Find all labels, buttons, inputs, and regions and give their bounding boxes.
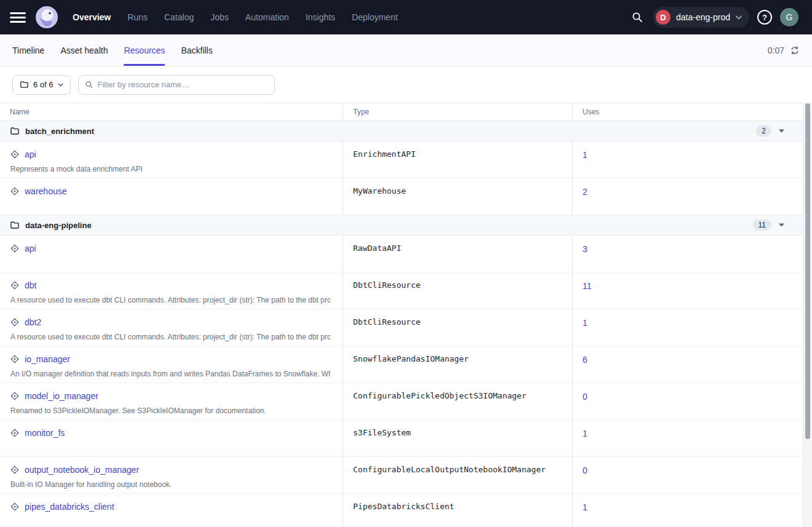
folder-icon <box>10 126 20 136</box>
scrollbar-thumb[interactable] <box>805 103 810 439</box>
nav-item-runs[interactable]: Runs <box>127 12 148 22</box>
collapse-caret-icon[interactable] <box>779 223 784 227</box>
resource-type: ConfigurableLocalOutputNotebookIOManager <box>343 457 572 493</box>
resource-icon <box>10 502 20 512</box>
resource-type: SnowflakePandasIOManager <box>343 346 572 382</box>
resource-uses-link[interactable]: 6 <box>583 355 587 365</box>
workspace-name: data-eng-prod <box>676 12 730 22</box>
resource-icon <box>10 317 20 327</box>
resource-name-link[interactable]: pipes_databricks_client <box>25 502 114 512</box>
resource-name-link[interactable]: warehouse <box>25 186 67 196</box>
help-icon[interactable]: ? <box>757 10 772 25</box>
resource-name-link[interactable]: dbt2 <box>25 317 41 327</box>
resource-description: A resource used to execute dbt CLI comma… <box>10 333 330 341</box>
resource-name-link[interactable]: api <box>25 149 36 159</box>
resource-icon <box>10 428 20 438</box>
chevron-down-icon <box>736 15 742 20</box>
resource-description: Built-in IO Manager for handling output … <box>10 480 330 489</box>
resource-row: output_notebook_io_manager Built-in IO M… <box>0 457 803 494</box>
resource-type: RawDataAPI <box>343 236 572 272</box>
group-row-batch-enrichment[interactable]: batch_enrichment 2 <box>0 121 803 141</box>
workspace-switcher[interactable]: D data-eng-prod <box>653 7 749 28</box>
resource-description: An I/O manager definition that reads inp… <box>10 370 330 378</box>
column-header-name: Name <box>0 103 343 121</box>
resource-uses-link[interactable]: 1 <box>583 502 587 512</box>
resource-description: A resource used to execute dbt CLI comma… <box>10 296 330 304</box>
primary-nav: Overview Runs Catalog Jobs Automation In… <box>73 12 398 22</box>
resource-row: pipes_databricks_client PipesDatabricksC… <box>0 494 803 527</box>
chevron-down-icon <box>58 83 63 87</box>
resource-row: warehouse MyWarehouse 2 <box>0 178 803 215</box>
resource-uses-link[interactable]: 1 <box>583 318 587 328</box>
resource-row: api Represents a mock data enrichment AP… <box>0 141 803 178</box>
column-header-uses: Uses <box>572 103 803 121</box>
resource-filter-input[interactable] <box>98 80 268 89</box>
resource-name-link[interactable]: dbt <box>25 280 36 290</box>
collapse-caret-icon[interactable] <box>779 129 784 133</box>
refresh-icon[interactable] <box>790 46 800 55</box>
resource-icon <box>10 244 20 253</box>
overview-tabbar: Timeline Asset health Resources Backfill… <box>0 34 812 66</box>
nav-item-deployment[interactable]: Deployment <box>352 12 398 22</box>
resource-icon <box>10 149 20 159</box>
resource-type: EnrichmentAPI <box>343 141 572 178</box>
resource-type: DbtCliResource <box>343 309 572 346</box>
tab-asset-health[interactable]: Asset health <box>60 34 108 66</box>
resource-icon <box>10 391 20 401</box>
resource-row: dbt A resource used to execute dbt CLI c… <box>0 272 803 309</box>
folder-icon <box>10 220 20 230</box>
tab-backfills[interactable]: Backfills <box>181 34 212 66</box>
resource-row: io_manager An I/O manager definition tha… <box>0 346 803 383</box>
table-header: Name Type Uses <box>0 103 803 121</box>
search-icon <box>85 81 94 89</box>
resource-uses-link[interactable]: 3 <box>583 244 587 254</box>
resource-name-link[interactable]: model_io_manager <box>25 391 98 401</box>
search-icon[interactable] <box>630 10 645 25</box>
resource-uses-link[interactable]: 1 <box>583 429 587 438</box>
dagster-logo-icon[interactable] <box>36 6 58 28</box>
tab-resources[interactable]: Resources <box>124 34 165 66</box>
nav-item-automation[interactable]: Automation <box>245 12 289 22</box>
resource-type: ConfigurablePickledObjectS3IOManager <box>343 383 572 419</box>
resource-icon <box>10 280 20 290</box>
tab-timeline[interactable]: Timeline <box>12 34 44 66</box>
menu-icon[interactable] <box>10 10 26 24</box>
resource-uses-link[interactable]: 1 <box>583 150 587 160</box>
resource-name-link[interactable]: io_manager <box>25 354 70 364</box>
top-nav: Overview Runs Catalog Jobs Automation In… <box>0 0 812 34</box>
resource-type: PipesDatabricksClient <box>343 494 572 527</box>
resource-type: MyWarehouse <box>343 178 572 215</box>
resource-description: Renamed to S3PickleIOManager. See S3Pick… <box>10 406 330 415</box>
resource-uses-link[interactable]: 0 <box>583 466 587 475</box>
resource-row: dbt2 A resource used to execute dbt CLI … <box>0 309 803 346</box>
resource-name-link[interactable]: output_notebook_io_manager <box>25 465 139 475</box>
group-count-badge: 11 <box>753 220 771 231</box>
resource-uses-link[interactable]: 2 <box>583 187 587 197</box>
nav-item-catalog[interactable]: Catalog <box>164 12 194 22</box>
resource-type: s3FileSystem <box>343 420 572 456</box>
resource-name-link[interactable]: monitor_fs <box>25 428 65 438</box>
column-header-type: Type <box>343 103 572 121</box>
group-count-label: 6 of 6 <box>33 80 54 89</box>
resource-icon <box>10 354 20 364</box>
refresh-countdown: 0:07 <box>768 46 784 55</box>
nav-item-jobs[interactable]: Jobs <box>210 12 229 22</box>
resource-description: Represents a mock data enrichment API <box>10 165 330 173</box>
group-row-data-eng-pipeline[interactable]: data-eng-pipeline 11 <box>0 215 803 236</box>
resource-row: model_io_manager Renamed to S3PickleIOMa… <box>0 383 803 420</box>
user-avatar[interactable]: G <box>780 8 798 26</box>
resource-uses-link[interactable]: 11 <box>583 281 592 291</box>
group-count-badge: 2 <box>756 125 771 137</box>
group-count-dropdown[interactable]: 6 of 6 <box>12 75 71 95</box>
resource-filter-box <box>78 75 275 95</box>
nav-item-overview[interactable]: Overview <box>73 12 111 22</box>
vertical-scrollbar <box>803 103 812 527</box>
resource-name-link[interactable]: api <box>25 244 36 253</box>
resource-icon <box>10 186 20 196</box>
nav-item-insights[interactable]: Insights <box>306 12 335 22</box>
group-name: batch_enrichment <box>25 127 94 136</box>
workspace-badge: D <box>656 10 671 25</box>
filter-bar: 6 of 6 <box>0 66 812 103</box>
resource-icon <box>10 465 20 475</box>
resource-uses-link[interactable]: 0 <box>583 392 587 402</box>
